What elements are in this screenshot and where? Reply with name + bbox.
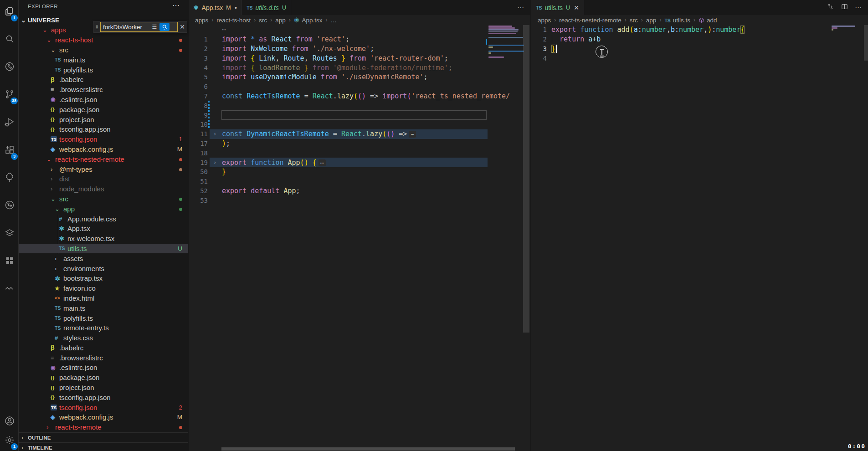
activity-item-project-manager[interactable] [0,251,19,272]
code-line-2[interactable]: 2 return a+b [531,35,868,44]
code-line-4[interactable]: 4 [531,53,868,63]
breadcrumb-item-react-ts-host[interactable]: react-ts-host [216,17,251,24]
tree-file-main.ts[interactable]: TSmain.ts [19,303,188,313]
breadcrumb-item-app[interactable]: app [275,17,286,24]
open-changes-icon[interactable] [827,3,834,12]
code-line-19[interactable]: 19›export function App() {⋯ [189,158,530,167]
code-line-52[interactable]: 52export default App; [189,186,530,196]
tab-utils.d.ts[interactable]: TSutils.d.tsU [242,0,291,15]
code-line-3[interactable]: 3} [531,44,868,54]
code-line-10[interactable]: 10 [189,120,530,129]
tree-file-tsconfig.json[interactable]: TStsconfig.json2 [19,402,188,412]
breadcrumb-item-apps[interactable]: apps [538,17,551,24]
tree-file-App.module.css[interactable]: #App.module.css [19,214,188,224]
activity-item-run-debug[interactable] [0,113,19,133]
breadcrumb-item-App.tsx[interactable]: ⚛App.tsx [294,16,323,24]
tab-App.tsx[interactable]: ⚛App.tsxM● [189,0,242,15]
tree-folder-node_modules[interactable]: ›node_modules [19,184,188,194]
activity-item-extensions[interactable]: 3 [0,141,19,161]
tree-folder-assets[interactable]: ›assets [19,253,188,263]
drag-handle-icon[interactable]: ⣿ [94,25,100,29]
tree-file-.babelrc[interactable]: β.babelrc [19,75,188,85]
vertical-scrollbar[interactable] [864,25,868,61]
tree-file-package.json[interactable]: {}package.json [19,104,188,114]
horizontal-scrollbar[interactable] [221,447,515,451]
code-line-7[interactable]: 7const ReactTsRemote = React.lazy(() => … [189,92,530,101]
tree-file-index.html[interactable]: <>index.html [19,293,188,303]
code-editor-app-tsx[interactable]: ⋯1import * as React from 'react';2import… [189,25,530,451]
timeline-section[interactable]: › TIMELINE [19,442,188,451]
tree-file-webpack.config.js[interactable]: ◈webpack.config.jsM [19,412,188,422]
tree-file-project.json[interactable]: {}project.json [19,114,188,124]
code-editor-utils-ts[interactable]: 1export function add(a:number,b:number,)… [531,25,868,451]
code-line-50[interactable]: 50} [189,167,530,177]
tree-file-.browserslistrc[interactable]: ≡.browserslistrc [19,85,188,95]
breadcrumb-item-utils.ts[interactable]: TSutils.ts [664,17,690,24]
breadcrumb-item-react-ts-nested-remote[interactable]: react-ts-nested-remote [559,17,621,24]
activity-item-accounts[interactable] [0,412,19,432]
more-actions[interactable]: ⋯ [855,4,862,12]
breadcrumb-item-add[interactable]: add [699,17,717,24]
close-icon[interactable]: ✕ [178,23,187,31]
tree-folder-app[interactable]: ⌄app [19,204,188,214]
code-line-51[interactable]: 51 [189,177,530,186]
tree-folder-react-ts-host[interactable]: ⌄react-ts-host [19,35,188,45]
breadcrumb-item-apps[interactable]: apps [195,17,208,24]
tree-file-main.ts[interactable]: TSmain.ts [19,55,188,65]
tree-file-App.tsx[interactable]: ⚛App.tsx [19,224,188,234]
more-actions[interactable]: ⋯ [517,4,524,12]
code-line-18[interactable]: 18 [189,148,530,158]
tree-folder-@mf-types[interactable]: ›@mf-types [19,164,188,174]
breadcrumb-item-src[interactable]: src [259,17,267,24]
filter-icon[interactable]: ☰ [150,24,159,30]
code-line-9[interactable]: 9 [189,110,530,120]
code-line-8[interactable]: 8 [189,101,530,110]
code-line-1[interactable]: 1import * as React from 'react'; [189,35,530,44]
tab-utils.ts[interactable]: TSutils.tsU✕ [531,0,584,15]
tree-folder-environments[interactable]: ›environments [19,263,188,273]
tree-file-bootstrap.tsx[interactable]: ⚛bootstrap.tsx [19,273,188,283]
tree-file-.eslintrc.json[interactable]: ◉.eslintrc.json [19,95,188,105]
dirty-indicator[interactable]: ● [235,5,237,10]
tree-file-package.json[interactable]: {}package.json [19,373,188,383]
tree-file-tsconfig.app.json[interactable]: {}tsconfig.app.json [19,124,188,134]
code-line-53[interactable]: 53 [189,195,530,205]
tree-file-.eslintrc.json[interactable]: ◉.eslintrc.json [19,363,188,373]
activity-item-console-wave[interactable] [0,279,19,299]
split-editor-icon[interactable] [841,3,848,12]
code-line-1[interactable]: 1export function add(a:number,b:number,)… [531,25,868,35]
minimap[interactable] [831,25,856,34]
find-input[interactable] [103,24,150,31]
tree-folder-react-ts-nested-remote[interactable]: ⌄react-ts-nested-remote [19,154,188,164]
code-line-17[interactable]: 17); [189,139,530,149]
tree-file-tsconfig.app.json[interactable]: {}tsconfig.app.json [19,392,188,402]
tree-file-utils.ts[interactable]: TSutils.tsU [19,244,188,254]
code-line-11[interactable]: 11›const DynamicReactTsRemote = React.la… [189,129,530,139]
tree-file-favicon.ico[interactable]: ★favicon.ico [19,283,188,293]
code-line-5[interactable]: 5import useDynamicModule from './useDyna… [189,72,530,82]
tree-file-polyfills.ts[interactable]: TSpolyfills.ts [19,65,188,75]
activity-item-search[interactable] [0,30,19,50]
tree-file-nx-welcome.tsx[interactable]: ⚛nx-welcome.tsx [19,234,188,244]
code-line-3[interactable]: 3import { Link, Route, Routes } from 're… [189,53,530,63]
tree-file-tsconfig.json[interactable]: TStsconfig.json1 [19,134,188,144]
activity-item-source-control[interactable]: 38 [0,85,19,105]
code-line-ellipsis[interactable]: ⋯ [189,25,530,35]
activity-item-source-control-graph[interactable] [0,57,19,77]
vertical-scrollbar[interactable] [523,25,529,333]
code-line-2[interactable]: 2import NxWelcome from './nx-welcome'; [189,44,530,54]
tree-file-polyfills.ts[interactable]: TSpolyfills.ts [19,313,188,323]
tree-folder-dist[interactable]: ›dist [19,174,188,184]
tree-file-webpack.config.js[interactable]: ◈webpack.config.jsM [19,144,188,154]
minimap[interactable] [488,25,523,80]
tree-folder-src[interactable]: ⌄src [19,45,188,55]
tree-file-styles.css[interactable]: #styles.css [19,333,188,343]
tree-file-.browserslistrc[interactable]: ≡.browserslistrc [19,353,188,363]
activity-item-git-graph[interactable] [0,196,19,216]
activity-item-settings[interactable]: 1 [0,431,19,451]
code-line-4[interactable]: 4import { loadRemote } from '@module-fed… [189,63,530,72]
activity-item-explorer[interactable]: 1 [0,2,19,22]
sidebar-more-actions[interactable]: ⋯ [172,1,180,10]
activity-item-nx-console[interactable] [0,224,19,244]
activity-item-todo-tree[interactable] [0,169,19,189]
